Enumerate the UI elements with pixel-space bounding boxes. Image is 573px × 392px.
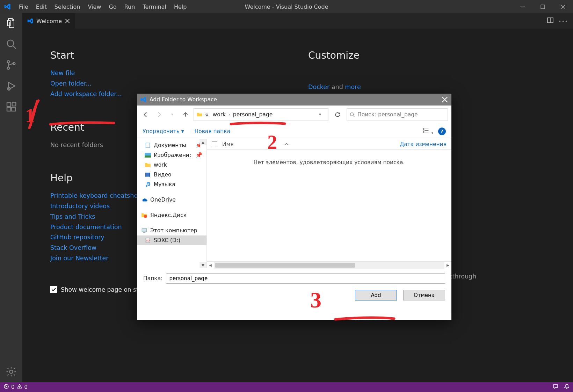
menu-go[interactable]: Go	[105, 3, 120, 10]
vscode-logo-icon	[4, 3, 11, 10]
column-date[interactable]: Дата изменения	[400, 141, 447, 147]
errors-count[interactable]: 0	[11, 384, 15, 390]
more-actions-icon[interactable]: ···	[559, 17, 568, 26]
search-placeholder: Поиск: personal_page	[357, 111, 418, 118]
menu-view[interactable]: View	[85, 3, 105, 10]
organize-menu[interactable]: Упорядочить ▾	[143, 128, 184, 135]
menu-bar: File Edit Selection View Go Run Terminal…	[15, 3, 190, 10]
tree-work[interactable]: work	[137, 160, 206, 170]
tab-welcome[interactable]: Welcome	[22, 13, 75, 29]
breadcrumb-personal-page[interactable]: personal_page	[232, 111, 274, 118]
svg-rect-42	[143, 232, 146, 233]
folder-label: Папка:	[143, 275, 162, 282]
tree-video[interactable]: Видео	[137, 170, 206, 180]
window-title: Welcome - Visual Studio Code	[245, 3, 328, 10]
tree-onedrive[interactable]: OneDrive	[137, 195, 206, 205]
tree-sdxc[interactable]: SDSDXC (D:)	[137, 235, 206, 245]
svg-point-4	[7, 40, 14, 47]
warnings-count[interactable]: 0	[24, 384, 28, 390]
feedback-icon[interactable]	[553, 384, 558, 391]
path-dropdown-icon[interactable]: ▾	[315, 109, 325, 120]
menu-terminal[interactable]: Terminal	[139, 3, 170, 10]
tools-docker-link[interactable]: Docker	[308, 84, 329, 90]
svg-text:SD: SD	[146, 239, 150, 242]
explorer-icon[interactable]	[6, 17, 17, 29]
new-file-link[interactable]: New file	[50, 68, 287, 79]
nav-up-icon[interactable]	[180, 109, 191, 120]
menu-edit[interactable]: Edit	[32, 3, 50, 10]
menu-run[interactable]: Run	[121, 3, 139, 10]
horizontal-scrollbar[interactable]: ◂ ▸	[207, 261, 451, 268]
tree-documents[interactable]: Документы📌	[137, 140, 206, 150]
run-debug-icon[interactable]	[6, 80, 17, 92]
path-box[interactable]: « work › personal_page ▾	[194, 108, 328, 121]
split-editor-icon[interactable]	[547, 17, 554, 25]
column-name[interactable]: Имя	[222, 141, 234, 147]
nav-recent-icon[interactable]: ▾	[167, 109, 177, 120]
nav-forward-icon[interactable]	[154, 109, 164, 120]
tree-images[interactable]: Изображени:📌	[137, 150, 206, 160]
menu-file[interactable]: File	[15, 3, 32, 10]
tab-close-icon[interactable]	[65, 18, 70, 24]
select-all-checkbox[interactable]	[212, 141, 217, 147]
svg-line-27	[353, 115, 355, 117]
refresh-icon[interactable]	[331, 108, 344, 121]
dialog-toolbar: Упорядочить ▾ Новая папка ▾ ?	[137, 124, 451, 139]
menu-selection[interactable]: Selection	[51, 3, 84, 10]
breadcrumb-work[interactable]: work	[211, 111, 227, 118]
svg-rect-1	[541, 5, 545, 9]
scroll-thumb[interactable]	[215, 263, 355, 268]
svg-rect-39	[150, 173, 150, 176]
startup-checkbox[interactable]	[50, 286, 57, 293]
help-icon[interactable]: ?	[438, 128, 446, 135]
empty-message: Нет элементов, удовлетворяющих условиям …	[207, 150, 451, 175]
new-folder-button[interactable]: Новая папка	[195, 128, 231, 135]
customize-tools: Docker and more	[308, 82, 545, 93]
tree-scroll-down[interactable]: ▾	[200, 262, 206, 268]
tree-computer[interactable]: Этот компьютер	[137, 226, 206, 235]
svg-point-7	[7, 67, 10, 70]
tab-bar: Welcome ···	[22, 13, 573, 29]
close-button[interactable]	[553, 0, 573, 13]
warnings-icon[interactable]	[17, 384, 22, 391]
dialog-title: Add Folder to Workspace	[150, 96, 217, 103]
maximize-button[interactable]	[532, 0, 553, 13]
svg-point-40	[144, 215, 147, 218]
extensions-icon[interactable]	[6, 101, 17, 112]
svg-point-14	[9, 370, 13, 373]
notifications-icon[interactable]	[564, 384, 570, 391]
svg-rect-29	[423, 130, 424, 131]
search-icon[interactable]	[6, 38, 17, 50]
scroll-right-icon[interactable]: ▸	[444, 262, 451, 269]
tree-scroll-up[interactable]: ▴	[200, 139, 206, 145]
folder-input[interactable]	[166, 273, 445, 284]
tree-yandex[interactable]: Яндекс.Диск	[137, 210, 206, 220]
add-button[interactable]: Add	[355, 290, 397, 300]
dialog-close-icon[interactable]	[442, 96, 448, 103]
search-icon	[350, 112, 355, 117]
search-box[interactable]: Поиск: personal_page	[347, 108, 448, 121]
tree-music[interactable]: Музыка	[137, 180, 206, 189]
minimize-button[interactable]	[512, 0, 532, 13]
add-folder-dialog: Add Folder to Workspace ▾ « work › perso…	[137, 94, 451, 320]
svg-rect-13	[12, 102, 16, 106]
view-mode-icon[interactable]: ▾	[423, 127, 433, 136]
open-folder-link[interactable]: Open folder...	[50, 79, 287, 89]
dialog-bottom: Папка: Add Отмена	[137, 268, 451, 306]
title-bar: File Edit Selection View Go Run Terminal…	[0, 0, 573, 13]
svg-rect-28	[423, 128, 424, 129]
cancel-button[interactable]: Отмена	[403, 290, 445, 300]
svg-rect-11	[7, 107, 11, 111]
nav-back-icon[interactable]	[140, 109, 151, 120]
folder-icon	[197, 112, 202, 117]
breadcrumb-root[interactable]: «	[204, 111, 210, 118]
errors-icon[interactable]	[3, 384, 9, 391]
start-section: Start New file Open folder... Add worksp…	[50, 50, 287, 99]
window-buttons	[512, 0, 573, 13]
source-control-icon[interactable]	[6, 59, 17, 71]
folder-tree: ▴ Документы📌 Изображени:📌 work Видео Муз…	[137, 139, 207, 268]
menu-help[interactable]: Help	[171, 3, 190, 10]
settings-gear-icon[interactable]	[6, 366, 17, 377]
tools-more-link[interactable]: more	[345, 84, 361, 90]
scroll-left-icon[interactable]: ◂	[207, 262, 214, 269]
